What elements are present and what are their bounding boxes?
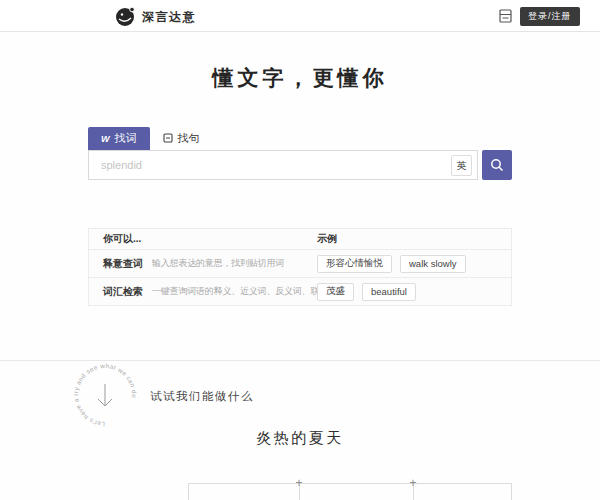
tab-find-sentences-label: 找句 [178, 131, 200, 146]
card-corner-mark: + [409, 477, 416, 489]
capability-desc: 输入想表达的意思，找到贴切用词 [152, 257, 284, 270]
capability-desc: 一键查询词语的释义、近义词、反义词、联想词等 [152, 285, 317, 298]
tab-find-sentences[interactable]: 找句 [150, 127, 213, 150]
wantquotes-tab-icon [163, 133, 173, 145]
search-box: 英 [88, 150, 478, 180]
search-button[interactable] [482, 150, 512, 180]
table-row: 词汇检索 一键查询词语的释义、近义词、反义词、联想词等 茂盛 beautiful [89, 277, 511, 305]
capability-name: 词汇检索 [103, 285, 143, 299]
header: 深言达意 登录/注册 [0, 0, 600, 32]
scroll-down-motif: Let's have a try and see what we can do [72, 362, 138, 428]
search-icon [490, 158, 504, 172]
capabilities-table: 你可以... 示例 释意查词 输入想表达的意思，找到贴切用词 形容心情愉悦 wa… [88, 228, 512, 306]
section-divider [0, 360, 600, 361]
mode-tabs: W 找词 找句 [88, 127, 213, 150]
header-capability: 你可以... [89, 232, 317, 246]
example-chip[interactable]: 形容心情愉悦 [317, 255, 392, 273]
brand-logo-icon[interactable] [114, 5, 137, 28]
result-cards-row: + + [188, 483, 512, 500]
table-row: 释意查词 输入想表达的意思，找到贴切用词 形容心情愉悦 walk slowly [89, 249, 511, 277]
table-header-row: 你可以... 示例 [89, 229, 511, 249]
example-query-title: 炎热的夏天 [0, 429, 600, 448]
language-toggle[interactable]: 英 [451, 155, 472, 176]
tab-find-words[interactable]: W 找词 [88, 127, 150, 150]
capability-name: 释意查词 [103, 257, 143, 271]
wantwords-tab-icon: W [101, 134, 110, 144]
search-bar: 英 [88, 150, 512, 180]
brand-name[interactable]: 深言达意 [142, 9, 196, 26]
page-title: 懂文字，更懂你 [0, 64, 600, 92]
arrow-down-icon [98, 384, 112, 406]
tab-find-words-label: 找词 [115, 131, 137, 146]
card-corner-mark: + [295, 477, 302, 489]
example-chip[interactable]: walk slowly [400, 255, 466, 273]
header-examples: 示例 [317, 232, 511, 246]
login-register-button[interactable]: 登录/注册 [520, 7, 580, 26]
try-hint-text: 试试我们能做什么 [150, 389, 254, 404]
example-chip[interactable]: beautiful [362, 283, 416, 301]
example-chip[interactable]: 茂盛 [317, 283, 354, 301]
document-icon[interactable] [499, 9, 512, 23]
wantwords-landing-page: 深言达意 登录/注册 懂文字，更懂你 W 找词 找句 [0, 0, 600, 500]
search-input[interactable] [89, 151, 477, 179]
